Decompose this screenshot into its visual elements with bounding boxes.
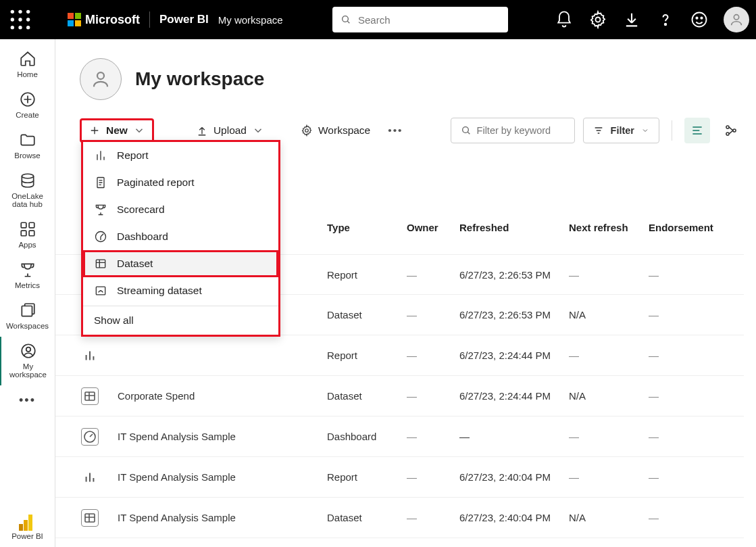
cell-next: —: [569, 471, 649, 483]
paginated-icon: [94, 176, 107, 189]
cell-refreshed: —: [459, 431, 569, 442]
cell-owner: —: [407, 390, 459, 402]
left-nav: Home Create Browse OneLake data hub Apps…: [0, 39, 55, 547]
list-view-button[interactable]: [684, 118, 710, 143]
keyword-filter-input[interactable]: [477, 125, 565, 136]
workspace-avatar: [80, 58, 122, 100]
workspace-settings-button[interactable]: Workspace: [293, 120, 378, 141]
cell-next: N/A: [569, 512, 649, 523]
cell-type: Dataset: [327, 512, 407, 523]
top-bar: Microsoft Power BI My workspace: [0, 0, 756, 39]
brand-company: Microsoft: [85, 13, 140, 27]
help-icon[interactable]: [656, 10, 675, 29]
filter-icon: [593, 125, 604, 136]
cell-endorse: —: [649, 512, 730, 523]
lineage-view-button[interactable]: [718, 118, 744, 143]
cell-refreshed: 6/27/23, 2:40:04 PM: [459, 512, 569, 523]
feedback-icon[interactable]: [690, 10, 709, 29]
workspace-header: My workspace: [55, 39, 756, 100]
svg-point-0: [11, 10, 14, 14]
cell-next: —: [569, 350, 649, 361]
col-next[interactable]: Next refresh: [569, 222, 649, 233]
new-paginated-report[interactable]: Paginated report: [83, 169, 278, 196]
table-row[interactable]: IT Spend Analysis SampleReport—6/27/23, …: [55, 457, 744, 498]
cell-endorse: —: [649, 431, 730, 442]
cell-endorse: —: [649, 471, 730, 483]
keyword-filter[interactable]: [451, 118, 575, 143]
table-row[interactable]: IT Spend Analysis SampleDashboard————: [55, 417, 744, 457]
cell-owner: —: [407, 512, 459, 523]
cell-next: N/A: [569, 390, 649, 402]
cell-refreshed: 6/27/23, 2:26:53 PM: [459, 269, 569, 281]
svg-line-10: [347, 21, 349, 23]
svg-point-2: [26, 10, 30, 14]
table-row[interactable]: IT Spend Analysis SampleDataset—6/27/23,…: [55, 498, 744, 538]
table-row[interactable]: Corporate SpendDataset—6/27/23, 2:24:44 …: [55, 376, 744, 417]
toolbar: New Upload Workspace ••• Filter: [55, 100, 756, 141]
cell-type: Report: [327, 269, 407, 281]
divider: [149, 11, 150, 28]
col-owner[interactable]: Owner: [407, 222, 459, 233]
divider: [672, 120, 672, 141]
nav-powerbi[interactable]: Power BI: [11, 506, 43, 547]
new-report[interactable]: Report: [83, 142, 278, 169]
svg-point-34: [726, 133, 729, 135]
nav-more[interactable]: •••: [19, 385, 36, 416]
col-endorse[interactable]: Endorsement: [649, 222, 730, 233]
report-icon: [94, 149, 107, 162]
toolbar-more[interactable]: •••: [385, 120, 405, 141]
cell-endorse: —: [649, 350, 730, 361]
new-button[interactable]: New: [80, 118, 154, 143]
nav-home[interactable]: Home: [0, 45, 55, 85]
brand-product: Power BI: [159, 13, 209, 26]
scorecard-icon: [94, 203, 107, 216]
settings-icon[interactable]: [588, 10, 607, 29]
svg-point-6: [11, 26, 14, 29]
svg-point-13: [692, 13, 707, 27]
new-dashboard[interactable]: Dashboard: [83, 223, 278, 250]
col-refreshed[interactable]: Refreshed: [459, 222, 569, 233]
svg-point-16: [734, 15, 738, 20]
cell-refreshed: 6/27/23, 2:40:04 PM: [459, 471, 569, 483]
cell-type: Report: [327, 350, 407, 361]
new-dataset[interactable]: Dataset: [83, 250, 278, 277]
nav-my-workspace[interactable]: My workspace: [0, 337, 55, 385]
nav-create[interactable]: Create: [0, 85, 55, 126]
cell-endorse: —: [649, 269, 730, 281]
table-row[interactable]: Retail Analysis SampleDashboard————: [55, 538, 744, 547]
table-row[interactable]: Report—6/27/23, 2:24:44 PM——: [55, 335, 744, 376]
global-search-input[interactable]: [358, 14, 500, 26]
upload-button[interactable]: Upload: [188, 120, 272, 141]
nav-browse[interactable]: Browse: [0, 126, 55, 166]
new-scorecard[interactable]: Scorecard: [83, 196, 278, 223]
header-workspace-label[interactable]: My workspace: [218, 14, 283, 26]
svg-point-14: [696, 18, 697, 19]
cell-owner: —: [407, 309, 459, 320]
col-type[interactable]: Type: [327, 222, 407, 233]
plus-icon: [89, 124, 101, 137]
svg-rect-26: [28, 515, 32, 531]
new-streaming-dataset[interactable]: Streaming dataset: [83, 277, 278, 304]
gear-icon: [301, 124, 313, 137]
svg-point-3: [11, 18, 14, 21]
account-avatar[interactable]: [724, 7, 749, 32]
global-search[interactable]: [332, 7, 508, 32]
cell-refreshed: 6/27/23, 2:26:53 PM: [459, 309, 569, 320]
app-launcher-icon[interactable]: [7, 6, 34, 33]
svg-rect-37: [85, 392, 95, 400]
svg-rect-19: [21, 222, 26, 228]
more-icon: •••: [388, 124, 403, 137]
svg-point-4: [18, 18, 22, 21]
nav-workspaces[interactable]: Workspaces: [0, 296, 55, 337]
nav-apps[interactable]: Apps: [0, 215, 55, 256]
download-icon[interactable]: [622, 10, 641, 29]
new-show-all[interactable]: Show all: [83, 306, 278, 335]
microsoft-logo: Microsoft: [68, 13, 140, 27]
svg-point-5: [26, 18, 30, 21]
nav-onelake[interactable]: OneLake data hub: [0, 166, 55, 215]
filter-button[interactable]: Filter: [583, 118, 659, 143]
svg-rect-43: [96, 260, 105, 268]
svg-point-18: [22, 174, 33, 179]
notifications-icon[interactable]: [555, 10, 574, 29]
nav-metrics[interactable]: Metrics: [0, 256, 55, 296]
